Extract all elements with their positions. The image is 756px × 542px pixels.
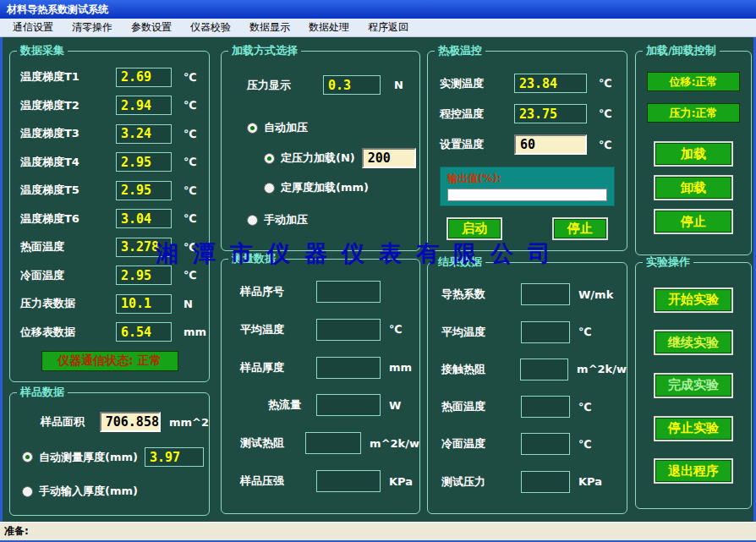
menu-zero-operation[interactable]: 清零操作 bbox=[63, 18, 122, 37]
const-pressure-radio[interactable] bbox=[264, 153, 275, 164]
pressure-display-row: 压力显示 0.3 N bbox=[247, 75, 419, 95]
set-temp-input[interactable]: 60 bbox=[514, 134, 587, 155]
meas-row-heat-flow: 热流量 W bbox=[222, 394, 419, 416]
menu-comm-settings[interactable]: 通信设置 bbox=[3, 18, 63, 37]
meas-unit: mm bbox=[389, 361, 412, 374]
meas-row-avg-temp: 平均温度 ℃ bbox=[222, 319, 419, 341]
menu-data-display[interactable]: 数据显示 bbox=[240, 18, 299, 37]
meas-label: 平均温度 bbox=[240, 322, 316, 337]
auto-pressurize-radio[interactable] bbox=[247, 123, 258, 134]
hot-unit: ℃ bbox=[599, 107, 612, 120]
acq-unit: mm bbox=[184, 326, 206, 338]
acq-value-field: 6.54 bbox=[116, 322, 172, 342]
sample-area-row: 样品面积 706.858 mm^2 bbox=[41, 412, 209, 432]
programmed-temp-field: 23.75 bbox=[514, 104, 587, 123]
panel-title-result-data: 结果数据 bbox=[435, 255, 485, 269]
acq-unit: ℃ bbox=[184, 99, 197, 112]
meas-unit: m^2k/w bbox=[370, 437, 419, 450]
acq-value-field: 3.24 bbox=[116, 124, 172, 144]
continue-experiment-button[interactable]: 继续实验 bbox=[654, 330, 733, 355]
sample-area-label: 样品面积 bbox=[41, 414, 100, 430]
meas-value-field bbox=[316, 394, 381, 416]
acq-value-field: 3.04 bbox=[116, 209, 172, 228]
const-pressure-label: 定压力加载(N) bbox=[281, 151, 355, 166]
exit-program-button[interactable]: 退出程序 bbox=[654, 458, 733, 484]
meas-label: 样品序号 bbox=[240, 284, 316, 299]
result-row-conductivity: 导热系数 W/mk bbox=[428, 283, 627, 305]
auto-pressurize-label: 自动加压 bbox=[264, 120, 308, 135]
title-bar: 材料导热系数测试系统 bbox=[0, 0, 756, 19]
auto-pressurize-row: 自动加压 bbox=[247, 120, 419, 135]
sample-area-unit: mm^2 bbox=[169, 416, 209, 429]
panel-title-hot-pole: 热极温控 bbox=[435, 44, 485, 57]
acq-row-t4: 温度梯度T4 2.95 ℃ bbox=[10, 152, 209, 172]
acq-value-field: 2.95 bbox=[116, 266, 172, 285]
menu-parameter-settings[interactable]: 参数设置 bbox=[122, 18, 181, 37]
acq-label: 温度梯度T4 bbox=[20, 155, 116, 170]
stop-button[interactable]: 停止 bbox=[552, 217, 608, 240]
result-unit: W/mk bbox=[578, 288, 613, 301]
result-label: 热面温度 bbox=[441, 399, 521, 414]
status-bar-text: 准备: bbox=[0, 524, 29, 539]
result-unit: KPa bbox=[578, 475, 602, 488]
stop-experiment-button[interactable]: 停止实验 bbox=[654, 416, 733, 441]
panel-title-experiment-ops: 实验操作 bbox=[643, 255, 693, 269]
menu-program-return[interactable]: 程序返回 bbox=[359, 18, 418, 37]
auto-thickness-radio[interactable] bbox=[22, 452, 33, 463]
manual-pressurize-row: 手动加压 bbox=[247, 212, 419, 227]
acq-label: 温度梯度T1 bbox=[20, 69, 116, 85]
acq-value-field: 10.1 bbox=[116, 294, 172, 314]
acq-value-field: 2.95 bbox=[116, 152, 172, 172]
panel-measurement-data: 测量数据 样品序号 平均温度 ℃ 样品厚度 mm 热流量 W bbox=[221, 259, 420, 514]
hot-label: 实测温度 bbox=[440, 76, 514, 91]
sample-area-input[interactable]: 706.858 bbox=[100, 412, 161, 432]
const-pressure-input[interactable]: 200 bbox=[362, 148, 416, 168]
meas-value-field bbox=[316, 319, 381, 341]
manual-pressurize-radio[interactable] bbox=[247, 215, 258, 226]
main-content: 数据采集 温度梯度T1 2.69 ℃ 温度梯度T2 2.94 ℃ 温度梯度T3 … bbox=[0, 37, 756, 522]
manual-pressurize-label: 手动加压 bbox=[264, 212, 308, 227]
meas-unit: KPa bbox=[389, 475, 413, 488]
measured-temp-field: 23.84 bbox=[514, 74, 587, 93]
pressure-display-unit: N bbox=[394, 79, 403, 91]
result-unit: ℃ bbox=[578, 438, 592, 451]
result-unit: m^2k/w bbox=[577, 363, 627, 375]
acq-unit: ℃ bbox=[184, 156, 197, 168]
auto-thickness-label: 自动测量厚度(mm) bbox=[39, 450, 138, 465]
start-experiment-button[interactable]: 开始实验 bbox=[654, 287, 733, 313]
acq-value-field: 3.278 bbox=[116, 238, 172, 257]
halt-button[interactable]: 停止 bbox=[654, 209, 733, 234]
meas-value-field bbox=[316, 470, 381, 492]
hot-label: 程控温度 bbox=[440, 107, 514, 122]
result-unit: ℃ bbox=[578, 401, 592, 413]
manual-thickness-radio[interactable] bbox=[22, 486, 33, 497]
menu-instrument-calibration[interactable]: 仪器校验 bbox=[181, 18, 240, 37]
output-value-box: 输出值(%): bbox=[440, 167, 615, 206]
meas-row-thickness: 样品厚度 mm bbox=[222, 357, 419, 379]
acq-label: 温度梯度T2 bbox=[20, 98, 116, 113]
panel-title-load-control: 加载/卸载控制 bbox=[643, 44, 720, 57]
acq-value-field: 2.69 bbox=[116, 68, 172, 87]
result-value-field bbox=[521, 471, 570, 493]
acq-value-field: 2.94 bbox=[116, 96, 172, 115]
auto-thickness-row: 自动测量厚度(mm) 3.97 bbox=[22, 447, 209, 467]
unload-button[interactable]: 卸载 bbox=[654, 175, 733, 200]
hot-label: 设置温度 bbox=[440, 137, 514, 152]
manual-thickness-row: 手动输入厚度(mm) bbox=[22, 484, 209, 499]
result-label: 冷面温度 bbox=[441, 436, 521, 452]
panel-hot-pole-control: 热极温控 实测温度 23.84 ℃ 程控温度 23.75 ℃ 设置温度 60 ℃… bbox=[427, 51, 627, 251]
menu-data-processing[interactable]: 数据处理 bbox=[299, 18, 359, 37]
result-label: 平均温度 bbox=[441, 325, 521, 340]
status-bar: 准备: bbox=[0, 522, 756, 542]
hot-row-set-temp: 设置温度 60 ℃ bbox=[440, 134, 627, 155]
finish-experiment-button[interactable]: 完成实验 bbox=[654, 373, 733, 398]
hot-row-programmed-temp: 程控温度 23.75 ℃ bbox=[440, 104, 627, 123]
meas-label: 样品压强 bbox=[240, 474, 316, 489]
acq-label: 压力表数据 bbox=[20, 296, 116, 311]
result-unit: ℃ bbox=[578, 326, 592, 338]
start-button[interactable]: 启动 bbox=[446, 217, 502, 240]
load-button[interactable]: 加载 bbox=[654, 141, 733, 167]
const-thickness-radio[interactable] bbox=[264, 183, 275, 194]
meas-label: 测试热阻 bbox=[240, 435, 305, 451]
acq-unit: N bbox=[184, 298, 193, 310]
